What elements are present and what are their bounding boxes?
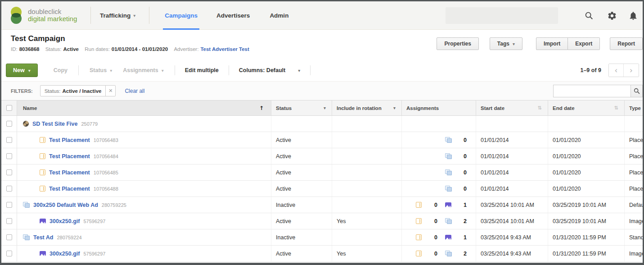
row-checkbox[interactable]	[6, 218, 12, 224]
row-checkbox[interactable]	[6, 121, 12, 127]
app-window: doubleclick digital marketing Traffickin…	[0, 0, 644, 265]
column-header-end-date[interactable]: End date ⇅	[548, 101, 625, 115]
column-header-name[interactable]: Name ↑	[17, 101, 271, 115]
row-include-in-rotation	[332, 197, 402, 213]
row-name-link[interactable]: 300x250.gif	[50, 251, 80, 257]
creative-icon	[40, 251, 46, 256]
gear-icon[interactable]	[607, 11, 617, 21]
column-header-status[interactable]: Status ▾	[271, 101, 332, 115]
table-row: 300x250 Default Web Ad 280759225 Inactiv…	[1, 197, 643, 213]
bell-icon[interactable]	[628, 11, 638, 21]
row-name-link[interactable]: 300x250 Default Web Ad	[33, 202, 98, 208]
site-icon	[23, 121, 29, 127]
logo-circles-icon	[10, 6, 23, 24]
row-status: Active	[271, 246, 332, 261]
row-checkbox[interactable]	[6, 153, 12, 159]
copy-button[interactable]: Copy	[54, 67, 68, 73]
prev-page-button[interactable]: ‹	[609, 64, 624, 77]
row-include-in-rotation	[332, 181, 402, 196]
column-header-include-in-rotation[interactable]: Include in rotation ▾	[332, 101, 402, 115]
table-row: SD Test Site Five 250779	[1, 116, 643, 132]
row-name-link[interactable]: Test Placement	[49, 169, 90, 176]
search-input[interactable]	[553, 85, 630, 97]
assignment-count: 0	[416, 202, 437, 208]
table-row: Test Placement 107056484 Active 0 01/01/…	[1, 148, 643, 164]
placement-icon	[40, 153, 45, 159]
column-header-type[interactable]: Type	[625, 101, 643, 115]
table-row: 300x250.gif 57596297 Active Yes 02 03/25…	[1, 213, 643, 229]
assignments-dropdown[interactable]: Assignments▾	[123, 67, 164, 73]
chevron-down-icon: ▾	[393, 105, 396, 110]
import-button[interactable]: Import	[536, 37, 568, 50]
export-button[interactable]: Export	[568, 37, 600, 50]
row-type: Default	[625, 197, 643, 213]
row-checkbox[interactable]	[6, 169, 12, 175]
new-button[interactable]: New ▾	[6, 64, 38, 77]
row-name-link[interactable]: SD Test Site Five	[32, 121, 78, 127]
campaign-id: 8036868	[19, 46, 40, 52]
properties-button[interactable]: Properties	[437, 37, 478, 50]
row-status: Inactive	[271, 229, 332, 245]
placement-icon	[416, 202, 422, 208]
row-checkbox[interactable]	[6, 186, 12, 192]
column-header-start-date[interactable]: Start date ⇅	[476, 101, 548, 115]
id-label: ID:	[11, 46, 18, 52]
import-export-group: Import Export	[536, 37, 600, 50]
status-dropdown[interactable]: Status▾	[90, 67, 112, 73]
row-id: 107056485	[94, 170, 118, 175]
clear-all-link[interactable]: Clear all	[125, 88, 144, 94]
row-name-link[interactable]: Test Ad	[33, 234, 53, 241]
ad-icon	[445, 137, 452, 143]
row-name-link[interactable]: Test Placement	[49, 137, 90, 143]
filters-label: FILTERS:	[11, 88, 33, 94]
columns-dropdown[interactable]: Columns: Default▾	[239, 67, 301, 73]
remove-filter-icon[interactable]: ✕	[105, 85, 115, 96]
assignment-count: 0	[445, 137, 467, 143]
row-name-link[interactable]: 300x250.gif	[50, 218, 80, 224]
column-header-assignments[interactable]: Assignments	[402, 101, 476, 115]
row-end-date: 01/01/2020	[548, 164, 625, 180]
row-type: Placement	[625, 148, 643, 164]
row-start-date	[476, 116, 548, 132]
row-include-in-rotation	[332, 229, 402, 245]
toolbar-divider	[78, 65, 79, 75]
row-start-date: 01/01/2014	[476, 181, 548, 196]
row-name-link[interactable]: Test Placement	[49, 186, 90, 192]
row-name-link[interactable]: Test Placement	[49, 153, 90, 160]
row-type: Placement	[625, 181, 643, 196]
row-start-date: 03/25/2014 9:43 AM	[476, 229, 548, 245]
table-search	[553, 85, 643, 97]
row-assignments: 0	[402, 148, 476, 164]
row-start-date: 01/01/2014	[476, 164, 548, 180]
row-assignments: 0	[402, 132, 476, 148]
search-submit-button[interactable]	[630, 85, 643, 97]
row-assignments: 01	[402, 197, 476, 213]
row-end-date: 01/01/2020	[548, 181, 625, 196]
row-checkbox[interactable]	[6, 251, 12, 256]
run-dates-label: Run dates:	[85, 46, 110, 52]
nav-item-campaigns[interactable]: Campaigns	[163, 1, 199, 30]
edit-multiple-button[interactable]: Edit multiple	[185, 67, 219, 73]
ad-icon	[23, 234, 30, 240]
placement-icon	[416, 218, 422, 224]
creative-icon	[445, 202, 451, 207]
nav-item-admin[interactable]: Admin	[268, 1, 290, 30]
row-checkbox[interactable]	[6, 234, 12, 240]
tags-button[interactable]: Tags▾	[490, 37, 522, 50]
nav-item-trafficking[interactable]: Trafficking ▾	[98, 1, 137, 30]
advertiser-link[interactable]: Test Advertiser Test	[200, 46, 249, 52]
select-all-checkbox[interactable]	[6, 105, 12, 111]
top-nav: doubleclick digital marketing Traffickin…	[1, 1, 643, 30]
row-id: 250779	[81, 121, 98, 127]
chevron-down-icon: ▾	[133, 13, 135, 18]
chevron-down-icon: ▾	[110, 68, 112, 73]
row-include-in-rotation	[332, 116, 402, 132]
report-button[interactable]: Report	[610, 37, 643, 50]
chevron-down-icon: ▾	[162, 68, 164, 73]
search-icon[interactable]	[584, 11, 594, 21]
nav-item-advertisers[interactable]: Advertisers	[215, 1, 252, 30]
next-page-button[interactable]: ›	[624, 64, 639, 77]
row-status: Active	[271, 132, 332, 148]
row-checkbox[interactable]	[6, 202, 12, 208]
row-checkbox[interactable]	[6, 137, 12, 143]
